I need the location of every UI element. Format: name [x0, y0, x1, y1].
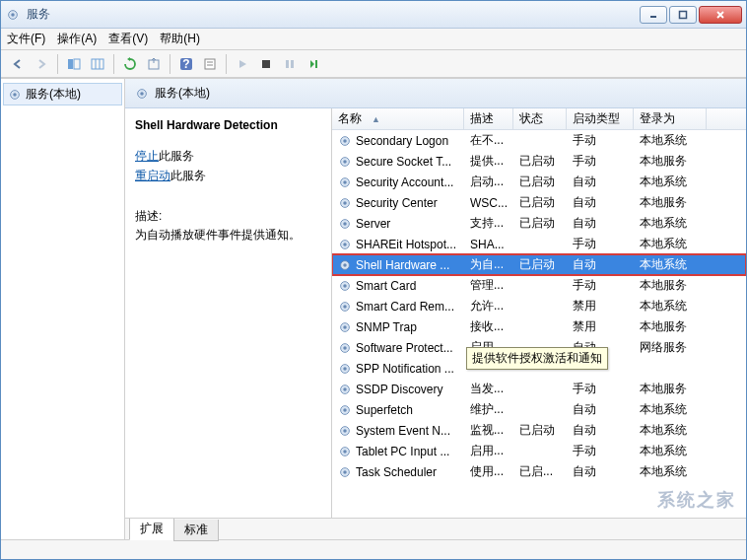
- cell-desc: 维护...: [464, 401, 513, 418]
- tooltip: 提供软件授权激活和通知: [466, 347, 608, 370]
- cell-desc: WSC...: [464, 196, 513, 210]
- col-desc[interactable]: 描述: [464, 108, 513, 129]
- toolbar: ?: [1, 50, 746, 78]
- menu-action[interactable]: 操作(A): [57, 31, 97, 47]
- cell-desc: 使用...: [464, 463, 513, 480]
- svg-point-26: [343, 160, 347, 164]
- cell-status: 已启...: [513, 463, 567, 480]
- properties-button[interactable]: [199, 53, 221, 75]
- tree-root-item[interactable]: 服务(本地): [3, 83, 122, 105]
- close-button[interactable]: [699, 6, 742, 24]
- tab-extended[interactable]: 扩展: [129, 519, 174, 540]
- service-row[interactable]: SSDP Discovery当发...手动本地服务: [332, 379, 746, 399]
- service-row[interactable]: Security CenterWSC...已启动自动本地服务: [332, 192, 746, 213]
- svg-rect-3: [680, 11, 687, 18]
- description-text: 为自动播放硬件事件提供通知。: [135, 227, 321, 244]
- show-hide-tree-button[interactable]: [63, 53, 85, 75]
- right-header-title: 服务(本地): [155, 85, 210, 102]
- svg-point-40: [343, 305, 347, 309]
- service-row[interactable]: Task Scheduler使用...已启...自动本地系统: [332, 461, 746, 482]
- cell-logon: 本地系统: [634, 422, 707, 439]
- nav-forward-button[interactable]: [31, 53, 52, 75]
- tree-pane: 服务(本地): [1, 79, 125, 539]
- svg-point-44: [343, 346, 347, 350]
- cell-logon: 本地系统: [634, 298, 707, 315]
- cell-name: Server: [332, 217, 464, 231]
- cell-name: System Event N...: [332, 424, 464, 438]
- svg-rect-6: [92, 59, 103, 69]
- service-row[interactable]: Smart Card管理...手动本地服务: [332, 275, 746, 296]
- menu-help[interactable]: 帮助(H): [160, 31, 200, 47]
- cell-name: SSDP Discovery: [332, 383, 464, 396]
- service-row[interactable]: Server支持...已启动自动本地系统: [332, 213, 746, 234]
- cell-logon: 本地服务: [634, 194, 707, 211]
- help-button[interactable]: ?: [175, 53, 197, 75]
- minimize-button[interactable]: [640, 6, 667, 24]
- svg-rect-12: [205, 59, 215, 69]
- service-row[interactable]: Secure Socket T...提供...已启动手动本地服务: [332, 151, 746, 172]
- svg-point-32: [343, 222, 347, 226]
- svg-point-34: [343, 243, 347, 246]
- start-service-button[interactable]: [232, 53, 253, 75]
- menu-file[interactable]: 文件(F): [7, 31, 45, 47]
- svg-point-24: [343, 139, 347, 143]
- cell-startup: 手动: [567, 132, 634, 149]
- service-row[interactable]: Tablet PC Input ...启用...手动本地系统: [332, 441, 746, 461]
- cell-logon: 本地系统: [634, 215, 707, 232]
- svg-point-1: [11, 13, 15, 17]
- svg-point-56: [343, 470, 347, 474]
- stop-suffix: 此服务: [159, 149, 194, 163]
- service-row[interactable]: Shell Hardware ...为自...已启动自动本地系统: [332, 254, 746, 275]
- window-controls: [640, 6, 742, 24]
- service-row[interactable]: Secondary Logon在不...手动本地系统: [332, 130, 746, 151]
- cell-startup: 自动: [567, 463, 634, 480]
- service-row[interactable]: System Event N...监视...已启动自动本地系统: [332, 420, 746, 441]
- service-row[interactable]: Security Account...启动...已启动自动本地系统: [332, 172, 746, 192]
- restart-link[interactable]: 重启动: [135, 169, 170, 182]
- refresh-button[interactable]: [119, 53, 141, 75]
- gear-icon: [135, 87, 149, 101]
- view-columns-button[interactable]: [87, 53, 108, 75]
- statusbar: [1, 539, 746, 559]
- service-row[interactable]: Smart Card Rem...允许...禁用本地系统: [332, 296, 746, 316]
- cell-name: Security Center: [332, 196, 464, 210]
- cell-logon: 本地系统: [634, 463, 707, 480]
- svg-point-42: [343, 325, 347, 329]
- tab-standard[interactable]: 标准: [173, 520, 219, 541]
- col-startup[interactable]: 启动类型: [567, 108, 634, 129]
- cell-name: Shell Hardware ...: [332, 258, 464, 272]
- maximize-button[interactable]: [669, 6, 697, 24]
- pause-service-button[interactable]: [279, 53, 301, 75]
- svg-point-38: [343, 284, 347, 288]
- nav-back-button[interactable]: [7, 53, 29, 75]
- service-row[interactable]: SNMP Trap接收...禁用本地服务: [332, 316, 746, 337]
- stop-link[interactable]: 停止: [135, 149, 159, 163]
- cell-startup: 手动: [567, 153, 634, 170]
- cell-status: 已启动: [513, 194, 567, 211]
- restart-service-button[interactable]: [303, 53, 324, 75]
- cell-name: SPP Notification ...: [332, 362, 464, 376]
- cell-name: Secondary Logon: [332, 134, 464, 148]
- export-button[interactable]: [143, 53, 165, 75]
- service-row[interactable]: Superfetch维护...自动本地系统: [332, 399, 746, 420]
- cell-logon: 本地系统: [634, 174, 707, 190]
- services-window: 服务 文件(F) 操作(A) 查看(V) 帮助(H) ?: [0, 0, 747, 560]
- cell-desc: 监视...: [464, 422, 513, 439]
- cell-desc: SHA...: [464, 238, 513, 251]
- svg-point-52: [343, 429, 347, 433]
- col-logon[interactable]: 登录为: [634, 108, 707, 129]
- cell-name: Software Protect...: [332, 341, 464, 355]
- stop-service-button[interactable]: [255, 53, 277, 75]
- col-name[interactable]: 名称▲: [332, 108, 464, 129]
- menu-view[interactable]: 查看(V): [108, 31, 148, 47]
- cell-desc: 当发...: [464, 381, 513, 397]
- cell-desc: 管理...: [464, 277, 513, 294]
- svg-point-28: [343, 180, 347, 184]
- cell-logon: 本地系统: [634, 236, 707, 252]
- grid-body[interactable]: Secondary Logon在不...手动本地系统Secure Socket …: [332, 130, 746, 518]
- col-status[interactable]: 状态: [513, 108, 567, 129]
- cell-desc: 提供...: [464, 153, 513, 170]
- tree-root-label: 服务(本地): [26, 86, 81, 103]
- service-row[interactable]: SHAREit Hotspot...SHA...手动本地系统: [332, 234, 746, 254]
- cell-name: Tablet PC Input ...: [332, 445, 464, 458]
